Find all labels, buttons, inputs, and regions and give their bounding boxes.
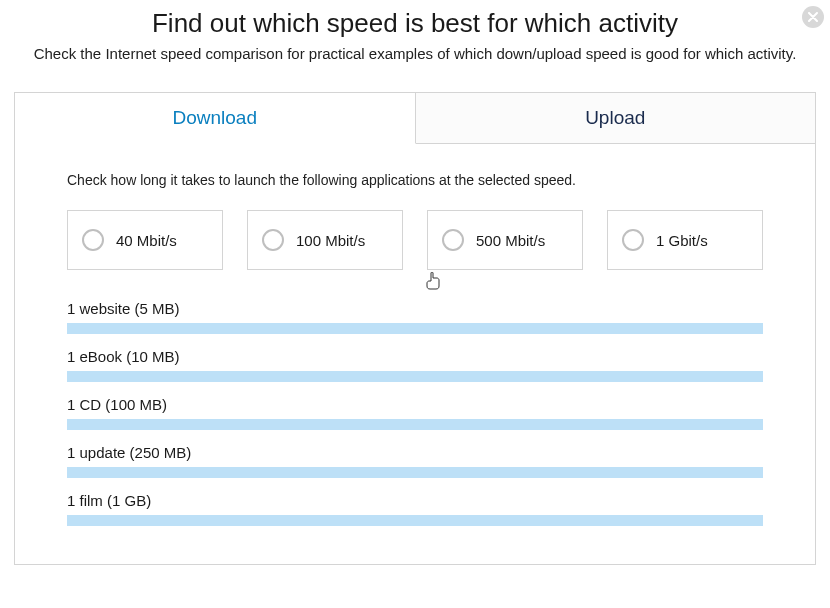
header: Find out which speed is best for which a… (0, 0, 830, 64)
radio-icon (262, 229, 284, 251)
activity-row: 1 update (250 MB) (67, 444, 763, 478)
activity-label: 1 film (1 GB) (67, 492, 763, 509)
radio-icon (622, 229, 644, 251)
tab-content: Check how long it takes to launch the fo… (15, 144, 815, 564)
speed-option-1g[interactable]: 1 Gbit/s (607, 210, 763, 270)
speed-label: 100 Mbit/s (296, 232, 365, 249)
speed-options: 40 Mbit/s 100 Mbit/s 500 Mbit/s 1 Gbit/s (67, 210, 763, 270)
activity-label: 1 eBook (10 MB) (67, 348, 763, 365)
speed-option-100[interactable]: 100 Mbit/s (247, 210, 403, 270)
activity-label: 1 CD (100 MB) (67, 396, 763, 413)
instruction-text: Check how long it takes to launch the fo… (67, 172, 763, 188)
progress-bar (67, 371, 763, 382)
progress-bar (67, 515, 763, 526)
close-button[interactable] (802, 6, 824, 28)
activity-row: 1 eBook (10 MB) (67, 348, 763, 382)
activity-row: 1 film (1 GB) (67, 492, 763, 526)
activity-row: 1 website (5 MB) (67, 300, 763, 334)
radio-icon (442, 229, 464, 251)
comparison-panel: Download Upload Check how long it takes … (14, 92, 816, 565)
speed-option-500[interactable]: 500 Mbit/s (427, 210, 583, 270)
radio-icon (82, 229, 104, 251)
speed-label: 1 Gbit/s (656, 232, 708, 249)
speed-label: 40 Mbit/s (116, 232, 177, 249)
close-icon (808, 10, 818, 24)
speed-option-40[interactable]: 40 Mbit/s (67, 210, 223, 270)
progress-bar (67, 467, 763, 478)
activity-label: 1 update (250 MB) (67, 444, 763, 461)
page-title: Find out which speed is best for which a… (20, 8, 810, 39)
activity-row: 1 CD (100 MB) (67, 396, 763, 430)
tab-upload[interactable]: Upload (416, 93, 816, 144)
page-subtitle: Check the Internet speed comparison for … (25, 43, 805, 64)
speed-label: 500 Mbit/s (476, 232, 545, 249)
activities-list: 1 website (5 MB) 1 eBook (10 MB) 1 CD (1… (67, 300, 763, 534)
progress-bar (67, 419, 763, 430)
tab-download[interactable]: Download (15, 93, 416, 144)
tabs: Download Upload (15, 93, 815, 144)
progress-bar (67, 323, 763, 334)
activity-label: 1 website (5 MB) (67, 300, 763, 317)
